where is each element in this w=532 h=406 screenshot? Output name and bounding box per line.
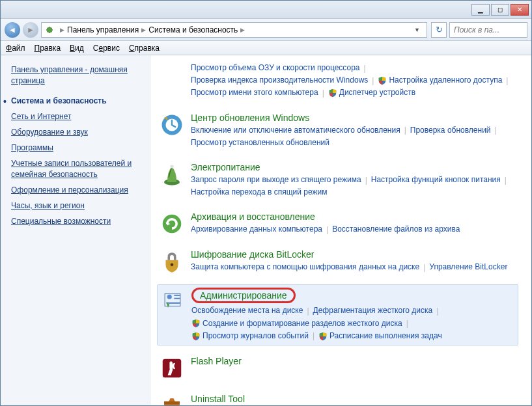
flash-icon	[160, 356, 184, 381]
section-title[interactable]: Администрирование	[191, 288, 296, 303]
svg-point-7	[167, 295, 172, 299]
chevron-right-icon: ▶	[60, 27, 64, 33]
divider: |	[365, 176, 367, 185]
shield-icon	[328, 88, 337, 98]
task-link[interactable]: Просмотр имени этого компьютера	[191, 87, 318, 99]
section-title[interactable]: Uninstall Tool	[191, 394, 245, 404]
task-link[interactable]: Защита компьютера с помощью шифрования д…	[191, 261, 419, 273]
update-icon	[160, 113, 184, 137]
sidebar-item-2[interactable]: Оборудование и звук	[11, 127, 139, 137]
section-6: Flash Player	[157, 353, 518, 383]
sidebar-item-0[interactable]: Система и безопасность	[11, 96, 139, 106]
menu-view[interactable]: Вид	[70, 44, 84, 53]
svg-rect-10	[164, 401, 180, 405]
menu-tools[interactable]: Сервис	[93, 44, 120, 53]
divider: |	[406, 319, 408, 328]
task-link[interactable]: Восстановление файлов из архива	[332, 223, 460, 236]
section-0: Просмотр объема ОЗУ и скорости процессор…	[157, 59, 518, 102]
window: ▁ ◻ ✕ ◄ ► ▶ Панель управления ▶ Система …	[0, 0, 532, 406]
control-panel-home-link[interactable]: Панель управления - домашняя страница	[11, 64, 139, 87]
control-panel-icon	[44, 25, 55, 35]
divider: |	[372, 76, 374, 85]
section-title[interactable]: Шифрование диска BitLocker	[191, 249, 315, 260]
divider: |	[505, 176, 507, 185]
chevron-right-icon: ▶	[141, 27, 146, 33]
section-2: ЭлектропитаниеЗапрос пароля при выходе и…	[157, 159, 518, 201]
task-link[interactable]: Просмотр журналов событий	[191, 330, 309, 342]
section-title[interactable]: Центр обновления Windows	[191, 113, 309, 123]
navbar: ◄ ► ▶ Панель управления ▶ Система и безо…	[1, 19, 531, 41]
shield-icon	[191, 332, 201, 341]
divider: |	[326, 225, 328, 234]
divider: |	[506, 76, 508, 85]
shield-icon	[378, 76, 387, 85]
divider: |	[364, 64, 366, 73]
svg-rect-3	[171, 165, 174, 169]
task-link[interactable]: Проверка индекса производительности Wind…	[191, 74, 368, 87]
shield-icon	[191, 319, 201, 328]
titlebar: ▁ ◻ ✕	[1, 1, 531, 19]
admin-icon	[160, 288, 185, 312]
section-5: АдминистрированиеОсвобождение места на д…	[157, 284, 518, 345]
content: Просмотр объема ОЗУ и скорости процессор…	[150, 55, 531, 405]
section-4: Шифрование диска BitLockerЗащита компьют…	[157, 247, 518, 277]
sidebar: Панель управления - домашняя страница Си…	[1, 55, 150, 405]
section-3: Архивация и восстановлениеАрхивирование …	[157, 209, 518, 239]
task-link[interactable]: Дефрагментация жесткого диска	[313, 304, 433, 317]
task-link[interactable]: Включение или отключение автоматического…	[191, 124, 400, 137]
task-link[interactable]: Диспетчер устройств	[328, 87, 415, 99]
sidebar-item-7[interactable]: Специальные возможности	[11, 216, 139, 226]
address-bar[interactable]: ▶ Панель управления ▶ Система и безопасн…	[41, 22, 427, 38]
sidebar-item-4[interactable]: Учетные записи пользователей и семейная …	[11, 158, 139, 179]
task-link[interactable]: Настройка перехода в спящий режим	[191, 186, 327, 198]
task-link[interactable]: Запрос пароля при выходе из спящего режи…	[191, 174, 361, 186]
task-link[interactable]: Создание и форматирование разделов жестк…	[191, 318, 402, 330]
menu-file[interactable]: Файл	[6, 44, 25, 53]
divider: |	[495, 126, 497, 135]
task-link[interactable]: Проверка обновлений	[410, 124, 491, 137]
sidebar-item-6[interactable]: Часы, язык и регион	[11, 200, 139, 211]
task-link[interactable]: Архивирование данных компьютера	[191, 223, 322, 236]
backup-icon	[160, 211, 184, 236]
task-link[interactable]: Просмотр объема ОЗУ и скорости процессор…	[191, 62, 360, 74]
maximize-button[interactable]: ◻	[491, 4, 509, 16]
task-link[interactable]: Расписание выполнения задач	[318, 330, 442, 342]
sidebar-item-1[interactable]: Сеть и Интернет	[11, 111, 139, 122]
task-link[interactable]: Управление BitLocker	[429, 261, 507, 273]
search-input[interactable]	[449, 22, 527, 38]
svg-point-5	[171, 264, 174, 267]
section-1: Центр обновления WindowsВключение или от…	[157, 110, 518, 152]
task-link[interactable]: Просмотр установленных обновлений	[191, 137, 329, 149]
divider: |	[322, 88, 324, 98]
task-link[interactable]: Настройка функций кнопок питания	[371, 174, 501, 186]
section-title[interactable]: Flash Player	[191, 356, 242, 366]
divider: |	[313, 331, 315, 340]
forward-button[interactable]: ►	[23, 22, 38, 38]
task-link[interactable]: Освобождение места на диске	[191, 304, 303, 317]
menu-help[interactable]: Справка	[129, 44, 160, 53]
menu-edit[interactable]: Правка	[35, 44, 61, 53]
section-7: Uninstall Tool	[157, 391, 518, 405]
divider: |	[423, 263, 425, 272]
power-icon	[160, 162, 184, 187]
divider: |	[436, 306, 438, 316]
menubar: Файл Правка Вид Сервис Справка	[1, 41, 531, 55]
sidebar-item-3[interactable]: Программы	[11, 142, 139, 153]
svg-point-4	[163, 215, 182, 234]
chevron-down-icon[interactable]: ▼	[410, 27, 424, 33]
sidebar-item-5[interactable]: Оформление и персонализация	[11, 185, 139, 195]
uninstall-icon	[160, 394, 184, 405]
back-button[interactable]: ◄	[5, 22, 20, 38]
minimize-button[interactable]: ▁	[471, 4, 490, 16]
bitlocker-icon	[160, 249, 184, 274]
refresh-button[interactable]: ↻	[431, 22, 447, 38]
close-button[interactable]: ✕	[511, 4, 529, 16]
breadcrumb-sub[interactable]: Система и безопасность	[148, 25, 238, 34]
task-link[interactable]: Настройка удаленного доступа	[378, 74, 502, 87]
divider: |	[404, 126, 406, 135]
breadcrumb-root[interactable]: Панель управления	[67, 25, 139, 34]
section-title[interactable]: Электропитание	[191, 162, 260, 172]
section-title[interactable]: Архивация и восстановление	[191, 211, 315, 222]
divider: |	[307, 306, 309, 316]
shield-icon	[318, 332, 328, 341]
